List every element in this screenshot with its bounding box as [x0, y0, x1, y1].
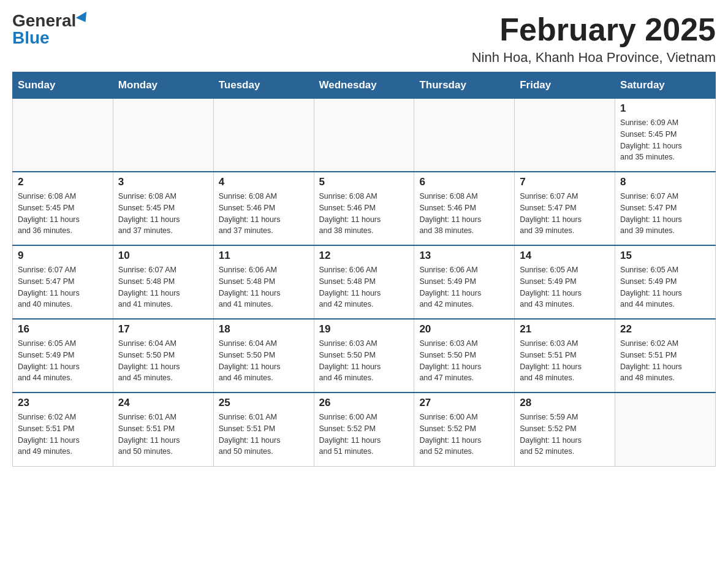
calendar-cell [13, 98, 113, 172]
weekday-header-thursday: Thursday [414, 72, 515, 98]
day-number: 21 [520, 323, 610, 335]
calendar-cell: 18Sunrise: 6:04 AM Sunset: 5:50 PM Dayli… [213, 319, 314, 393]
calendar-cell: 15Sunrise: 6:05 AM Sunset: 5:49 PM Dayli… [615, 245, 716, 319]
day-info: Sunrise: 6:02 AM Sunset: 5:51 PM Dayligh… [620, 338, 710, 384]
calendar-cell [113, 98, 213, 172]
calendar-week-row: 9Sunrise: 6:07 AM Sunset: 5:47 PM Daylig… [13, 245, 716, 319]
day-info: Sunrise: 6:03 AM Sunset: 5:50 PM Dayligh… [319, 338, 409, 384]
day-info: Sunrise: 6:08 AM Sunset: 5:45 PM Dayligh… [18, 191, 108, 237]
day-number: 5 [319, 176, 409, 188]
day-number: 28 [520, 397, 610, 409]
day-info: Sunrise: 6:08 AM Sunset: 5:46 PM Dayligh… [319, 191, 409, 237]
calendar-cell: 6Sunrise: 6:08 AM Sunset: 5:46 PM Daylig… [414, 172, 515, 245]
calendar-cell: 16Sunrise: 6:05 AM Sunset: 5:49 PM Dayli… [13, 319, 113, 393]
day-number: 25 [219, 397, 309, 409]
day-number: 15 [620, 250, 710, 262]
day-number: 8 [620, 176, 710, 188]
day-info: Sunrise: 6:05 AM Sunset: 5:49 PM Dayligh… [620, 264, 710, 310]
day-info: Sunrise: 6:07 AM Sunset: 5:48 PM Dayligh… [118, 264, 208, 310]
day-number: 19 [319, 323, 409, 335]
day-number: 9 [18, 250, 108, 262]
day-number: 14 [520, 250, 610, 262]
day-info: Sunrise: 6:08 AM Sunset: 5:46 PM Dayligh… [419, 191, 509, 237]
day-number: 22 [620, 323, 710, 335]
weekday-header-tuesday: Tuesday [213, 72, 314, 98]
day-number: 12 [319, 250, 409, 262]
month-title: February 2025 [472, 12, 716, 47]
logo-general-text: General [12, 12, 76, 29]
calendar-week-row: 23Sunrise: 6:02 AM Sunset: 5:51 PM Dayli… [13, 393, 716, 466]
day-number: 3 [118, 176, 208, 188]
calendar-cell: 9Sunrise: 6:07 AM Sunset: 5:47 PM Daylig… [13, 245, 113, 319]
day-info: Sunrise: 6:06 AM Sunset: 5:48 PM Dayligh… [319, 264, 409, 310]
day-number: 26 [319, 397, 409, 409]
day-info: Sunrise: 6:06 AM Sunset: 5:49 PM Dayligh… [419, 264, 509, 310]
weekday-header-friday: Friday [515, 72, 615, 98]
day-info: Sunrise: 6:00 AM Sunset: 5:52 PM Dayligh… [319, 412, 409, 458]
calendar-cell: 28Sunrise: 5:59 AM Sunset: 5:52 PM Dayli… [515, 393, 615, 466]
title-section: February 2025 Ninh Hoa, Khanh Hoa Provin… [472, 12, 716, 66]
calendar-cell: 11Sunrise: 6:06 AM Sunset: 5:48 PM Dayli… [213, 245, 314, 319]
day-info: Sunrise: 6:04 AM Sunset: 5:50 PM Dayligh… [219, 338, 309, 384]
day-info: Sunrise: 6:04 AM Sunset: 5:50 PM Dayligh… [118, 338, 208, 384]
day-number: 6 [419, 176, 509, 188]
calendar-cell: 17Sunrise: 6:04 AM Sunset: 5:50 PM Dayli… [113, 319, 213, 393]
calendar-cell [615, 393, 716, 466]
logo: General Blue [12, 12, 89, 47]
weekday-header-saturday: Saturday [615, 72, 716, 98]
logo-blue-text: Blue [12, 29, 50, 47]
calendar-cell: 22Sunrise: 6:02 AM Sunset: 5:51 PM Dayli… [615, 319, 716, 393]
calendar-cell [314, 98, 414, 172]
calendar-cell: 23Sunrise: 6:02 AM Sunset: 5:51 PM Dayli… [13, 393, 113, 466]
calendar-cell: 20Sunrise: 6:03 AM Sunset: 5:50 PM Dayli… [414, 319, 515, 393]
calendar-week-row: 16Sunrise: 6:05 AM Sunset: 5:49 PM Dayli… [13, 319, 716, 393]
calendar-cell: 14Sunrise: 6:05 AM Sunset: 5:49 PM Dayli… [515, 245, 615, 319]
calendar-table: SundayMondayTuesdayWednesdayThursdayFrid… [12, 72, 716, 467]
page-header: General Blue February 2025 Ninh Hoa, Kha… [12, 12, 716, 66]
day-info: Sunrise: 6:05 AM Sunset: 5:49 PM Dayligh… [18, 338, 108, 384]
weekday-header-wednesday: Wednesday [314, 72, 414, 98]
day-info: Sunrise: 6:01 AM Sunset: 5:51 PM Dayligh… [219, 412, 309, 458]
calendar-cell: 4Sunrise: 6:08 AM Sunset: 5:46 PM Daylig… [213, 172, 314, 245]
day-number: 20 [419, 323, 509, 335]
calendar-cell: 25Sunrise: 6:01 AM Sunset: 5:51 PM Dayli… [213, 393, 314, 466]
calendar-cell: 1Sunrise: 6:09 AM Sunset: 5:45 PM Daylig… [615, 98, 716, 172]
calendar-cell: 12Sunrise: 6:06 AM Sunset: 5:48 PM Dayli… [314, 245, 414, 319]
day-number: 13 [419, 250, 509, 262]
calendar-cell: 2Sunrise: 6:08 AM Sunset: 5:45 PM Daylig… [13, 172, 113, 245]
calendar-cell: 24Sunrise: 6:01 AM Sunset: 5:51 PM Dayli… [113, 393, 213, 466]
calendar-cell [515, 98, 615, 172]
day-info: Sunrise: 6:03 AM Sunset: 5:51 PM Dayligh… [520, 338, 610, 384]
calendar-week-row: 2Sunrise: 6:08 AM Sunset: 5:45 PM Daylig… [13, 172, 716, 245]
day-number: 16 [18, 323, 108, 335]
day-number: 7 [520, 176, 610, 188]
calendar-cell: 10Sunrise: 6:07 AM Sunset: 5:48 PM Dayli… [113, 245, 213, 319]
day-info: Sunrise: 6:08 AM Sunset: 5:45 PM Dayligh… [118, 191, 208, 237]
day-info: Sunrise: 6:05 AM Sunset: 5:49 PM Dayligh… [520, 264, 610, 310]
calendar-cell: 7Sunrise: 6:07 AM Sunset: 5:47 PM Daylig… [515, 172, 615, 245]
day-number: 17 [118, 323, 208, 335]
calendar-cell: 21Sunrise: 6:03 AM Sunset: 5:51 PM Dayli… [515, 319, 615, 393]
day-info: Sunrise: 6:00 AM Sunset: 5:52 PM Dayligh… [419, 412, 509, 458]
day-info: Sunrise: 6:07 AM Sunset: 5:47 PM Dayligh… [520, 191, 610, 237]
calendar-cell [414, 98, 515, 172]
day-number: 24 [118, 397, 208, 409]
day-number: 4 [219, 176, 309, 188]
day-info: Sunrise: 6:07 AM Sunset: 5:47 PM Dayligh… [18, 264, 108, 310]
logo-arrow-icon [76, 12, 91, 25]
calendar-cell: 19Sunrise: 6:03 AM Sunset: 5:50 PM Dayli… [314, 319, 414, 393]
day-info: Sunrise: 6:07 AM Sunset: 5:47 PM Dayligh… [620, 191, 710, 237]
day-info: Sunrise: 6:01 AM Sunset: 5:51 PM Dayligh… [118, 412, 208, 458]
day-info: Sunrise: 6:03 AM Sunset: 5:50 PM Dayligh… [419, 338, 509, 384]
calendar-cell: 13Sunrise: 6:06 AM Sunset: 5:49 PM Dayli… [414, 245, 515, 319]
day-info: Sunrise: 5:59 AM Sunset: 5:52 PM Dayligh… [520, 412, 610, 458]
calendar-cell: 8Sunrise: 6:07 AM Sunset: 5:47 PM Daylig… [615, 172, 716, 245]
day-info: Sunrise: 6:06 AM Sunset: 5:48 PM Dayligh… [219, 264, 309, 310]
day-number: 10 [118, 250, 208, 262]
day-number: 11 [219, 250, 309, 262]
location-title: Ninh Hoa, Khanh Hoa Province, Vietnam [472, 50, 716, 66]
day-number: 1 [620, 102, 710, 115]
weekday-header-sunday: Sunday [13, 72, 113, 98]
day-number: 18 [219, 323, 309, 335]
calendar-cell: 5Sunrise: 6:08 AM Sunset: 5:46 PM Daylig… [314, 172, 414, 245]
